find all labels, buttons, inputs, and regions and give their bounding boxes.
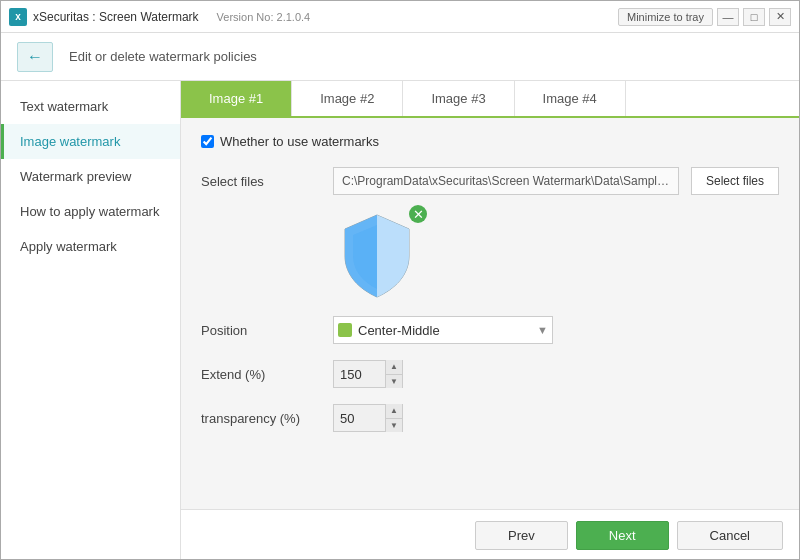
- transparency-up-arrow[interactable]: ▲: [386, 404, 402, 418]
- transparency-arrows: ▲ ▼: [385, 404, 402, 432]
- bottom-bar: Prev Next Cancel: [181, 509, 799, 560]
- titlebar-right: Minimize to tray — □ ✕: [618, 8, 791, 26]
- select-files-row: Select files Select files: [201, 167, 779, 195]
- transparency-input[interactable]: 50 ▲ ▼: [333, 404, 403, 432]
- use-watermarks-label: Whether to use watermarks: [220, 134, 379, 149]
- app-logo: x: [9, 8, 27, 26]
- position-arrow-icon: ▼: [537, 324, 548, 336]
- app-title: xSecuritas : Screen Watermark: [33, 10, 199, 24]
- header: ← Edit or delete watermark policies: [1, 33, 799, 81]
- restore-button[interactable]: □: [743, 8, 765, 26]
- extend-label: Extend (%): [201, 367, 321, 382]
- file-path-input[interactable]: [333, 167, 679, 195]
- tab-image1[interactable]: Image #1: [181, 81, 292, 116]
- extend-up-arrow[interactable]: ▲: [386, 360, 402, 374]
- titlebar-left: x xSecuritas : Screen Watermark Version …: [9, 8, 310, 26]
- transparency-down-arrow[interactable]: ▼: [386, 418, 402, 433]
- cancel-button[interactable]: Cancel: [677, 521, 783, 550]
- extend-down-arrow[interactable]: ▼: [386, 374, 402, 389]
- use-watermarks-row: Whether to use watermarks: [201, 134, 779, 149]
- use-watermarks-checkbox[interactable]: [201, 135, 214, 148]
- main-wrapper: ← Edit or delete watermark policies Text…: [1, 33, 799, 560]
- sidebar-item-how-to-apply[interactable]: How to apply watermark: [1, 194, 180, 229]
- minimize-button[interactable]: —: [717, 8, 739, 26]
- image-preview: ✕: [337, 211, 417, 304]
- position-select[interactable]: Center-Middle ▼: [333, 316, 553, 344]
- next-button[interactable]: Next: [576, 521, 669, 550]
- form-area: Whether to use watermarks Select files S…: [181, 118, 799, 509]
- position-row: Position Center-Middle ▼: [201, 316, 779, 344]
- right-panel: Image #1 Image #2 Image #3 Image #4 Whet…: [181, 81, 799, 560]
- select-files-button[interactable]: Select files: [691, 167, 779, 195]
- tab-image4[interactable]: Image #4: [515, 81, 626, 116]
- sidebar-item-image-watermark[interactable]: Image watermark: [1, 124, 180, 159]
- extend-input[interactable]: 150 ▲ ▼: [333, 360, 403, 388]
- tab-image3[interactable]: Image #3: [403, 81, 514, 116]
- extend-value: 150: [334, 367, 385, 382]
- app-version: Version No: 2.1.0.4: [217, 11, 311, 23]
- back-button[interactable]: ←: [17, 42, 53, 72]
- position-label: Position: [201, 323, 321, 338]
- shield-svg: [337, 211, 417, 301]
- position-dot: [338, 323, 352, 337]
- transparency-row: transparency (%) 50 ▲ ▼: [201, 404, 779, 432]
- close-button[interactable]: ✕: [769, 8, 791, 26]
- titlebar: x xSecuritas : Screen Watermark Version …: [1, 1, 799, 33]
- sidebar-item-text-watermark[interactable]: Text watermark: [1, 89, 180, 124]
- minimize-to-tray-button[interactable]: Minimize to tray: [618, 8, 713, 26]
- sidebar-item-watermark-preview[interactable]: Watermark preview: [1, 159, 180, 194]
- transparency-label: transparency (%): [201, 411, 321, 426]
- header-title: Edit or delete watermark policies: [69, 49, 257, 64]
- sidebar-item-apply-watermark[interactable]: Apply watermark: [1, 229, 180, 264]
- sidebar: Text watermark Image watermark Watermark…: [1, 81, 181, 560]
- prev-button[interactable]: Prev: [475, 521, 568, 550]
- image-tabs: Image #1 Image #2 Image #3 Image #4: [181, 81, 799, 118]
- back-icon: ←: [27, 48, 43, 66]
- select-files-label: Select files: [201, 174, 321, 189]
- extend-row: Extend (%) 150 ▲ ▼: [201, 360, 779, 388]
- tab-image2[interactable]: Image #2: [292, 81, 403, 116]
- content: Text watermark Image watermark Watermark…: [1, 81, 799, 560]
- extend-arrows: ▲ ▼: [385, 360, 402, 388]
- position-value: Center-Middle: [358, 323, 537, 338]
- transparency-value: 50: [334, 411, 385, 426]
- remove-image-button[interactable]: ✕: [409, 205, 427, 223]
